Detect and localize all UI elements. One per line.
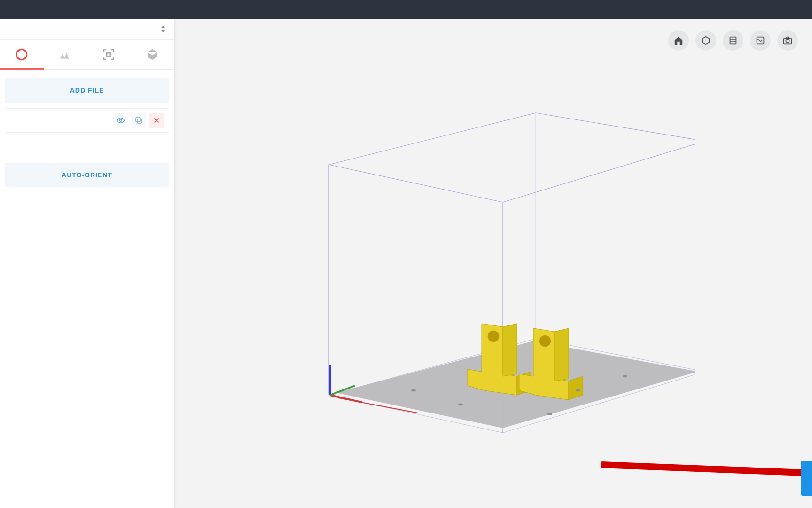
svg-point-23 (547, 413, 552, 415)
camera-icon (782, 35, 793, 46)
view-toolbar (668, 30, 798, 51)
cube-icon (701, 35, 711, 46)
svg-rect-1 (107, 53, 111, 56)
home-view-button[interactable] (668, 30, 689, 51)
eye-icon (117, 116, 125, 125)
supports-icon (58, 48, 72, 62)
delete-button[interactable] (149, 113, 164, 128)
svg-line-24 (601, 465, 812, 478)
svg-point-8 (786, 39, 789, 42)
svg-line-14 (330, 395, 362, 402)
home-icon (673, 35, 684, 46)
svg-point-2 (120, 119, 122, 122)
model-part (468, 324, 583, 400)
svg-point-21 (576, 389, 580, 392)
file-row[interactable] (5, 108, 169, 133)
svg-line-15 (330, 386, 355, 395)
annotation-arrow (597, 456, 812, 494)
perspective-button[interactable] (695, 30, 716, 51)
duplicate-button[interactable] (131, 113, 146, 128)
svg-rect-6 (757, 37, 764, 44)
fit-screen-icon (102, 48, 116, 62)
svg-point-19 (411, 389, 416, 392)
layers-icon (728, 35, 738, 46)
material-view-button[interactable] (750, 30, 771, 51)
printer-dropdown[interactable] (0, 19, 174, 40)
tab-printer[interactable] (131, 40, 174, 69)
printer-icon (145, 48, 159, 62)
slice-view-button[interactable] (723, 30, 743, 51)
upload-button[interactable] (801, 461, 812, 496)
tab-layout[interactable] (87, 40, 131, 69)
camera-view-button[interactable] (777, 30, 798, 51)
duplicate-icon (134, 116, 143, 125)
titlebar (0, 0, 812, 19)
svg-point-0 (16, 49, 27, 60)
auto-orient-button[interactable]: AUTO-ORIENT (5, 163, 169, 187)
cube-outline-icon (15, 48, 29, 62)
svg-rect-5 (730, 37, 736, 44)
svg-point-18 (539, 335, 551, 347)
svg-point-17 (488, 331, 499, 342)
wave-icon (755, 35, 765, 46)
svg-rect-3 (137, 119, 141, 123)
svg-rect-4 (136, 118, 140, 122)
x-icon (152, 116, 161, 125)
tab-models[interactable] (0, 40, 44, 69)
main: ADD FILE (0, 19, 812, 508)
add-file-button[interactable]: ADD FILE (5, 78, 169, 103)
svg-line-16 (338, 398, 418, 413)
build-volume (296, 66, 695, 433)
svg-point-20 (458, 404, 463, 406)
sidebar: ADD FILE (0, 19, 174, 508)
dropdown-caret-icon (160, 24, 166, 34)
toggle-visibility-button[interactable] (113, 113, 128, 128)
tab-supports[interactable] (44, 40, 87, 69)
svg-point-22 (623, 375, 627, 378)
sidebar-tabs (0, 40, 174, 70)
models-panel: ADD FILE (0, 70, 174, 196)
viewport-3d[interactable] (174, 19, 812, 508)
